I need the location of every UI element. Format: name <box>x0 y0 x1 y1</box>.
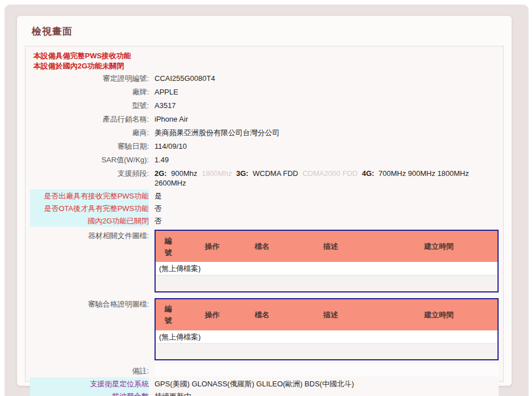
column-header-created: 建立時間 <box>380 230 498 262</box>
band-4g-label: 4G: <box>362 169 375 178</box>
pws-row-ota: 是否OTA後才具有完整PWS功能 否 <box>30 202 499 214</box>
band-2g-label: 2G: <box>155 169 167 178</box>
remark-value <box>155 364 499 376</box>
documents-table-empty-row: (無上傳檔案) <box>155 262 498 276</box>
field-row-cert-no: 審定證明編號: CCAI255G0080T4 <box>30 71 499 85</box>
pws-label: 國內2G功能已關閉 <box>30 214 149 227</box>
field-label: 廠牌: <box>30 85 149 98</box>
field-row-model: 型號: A3517 <box>30 98 499 112</box>
page-title: 檢視畫面 <box>32 25 504 38</box>
field-value: 1.49 <box>155 153 499 166</box>
pws-warning-line: 本設備具備完整PWS接收功能 <box>33 51 499 61</box>
certificates-table-filler-row <box>155 343 498 360</box>
column-header-no: 編號 <box>155 230 181 262</box>
band-2g-active: 900Mhz <box>171 169 197 178</box>
column-header-filename: 檔名 <box>243 230 281 262</box>
field-value: iPhone Air <box>155 112 499 126</box>
2g-warning-line: 本設備於國內2G功能未關閉 <box>33 61 499 71</box>
column-header-created: 建立時間 <box>380 299 498 330</box>
documents-table-wrap: 編號 操作 檔名 描述 建立時間 (無上傳檔案) <box>155 227 499 294</box>
field-value: APPLE <box>155 85 499 98</box>
band-3g-label: 3G: <box>236 169 248 178</box>
field-label: 審驗合格證明圖檔: <box>30 296 149 311</box>
column-header-no: 編號 <box>155 299 181 330</box>
field-label: 型號: <box>30 98 149 112</box>
column-header-description: 描述 <box>281 230 380 262</box>
field-row-brand: 廠牌: APPLE <box>30 85 499 98</box>
carrier-aggregation-link[interactable]: 載波聚合數 <box>30 390 149 396</box>
field-row-remark: 備註: <box>30 364 499 377</box>
pws-label: 是否OTA後才具有完整PWS功能 <box>30 202 149 214</box>
field-label: 產品行銷名稱: <box>30 112 149 126</box>
gnss-link[interactable]: 支援衛星定位系統 <box>30 377 149 390</box>
column-header-filename: 檔名 <box>243 299 281 330</box>
pws-row-factory: 是否出廠具有接收完整PWS功能 是 <box>30 190 499 202</box>
band-2g-inactive: 1800Mhz <box>201 169 231 178</box>
field-label: SAR值(W/Kg): <box>30 153 149 166</box>
carrier-aggregation-value: 持續更新中 <box>149 390 499 396</box>
extra-info-block: 支援衛星定位系統 GPS(美國) GLONASS(俄羅斯) GLILEO(歐洲)… <box>30 377 499 396</box>
carrier-aggregation-row: 載波聚合數 持續更新中 <box>30 390 499 396</box>
certificates-table: 編號 操作 檔名 描述 建立時間 (無上傳檔案) <box>155 298 499 361</box>
field-value: A3517 <box>155 98 499 112</box>
field-label: 備註: <box>30 364 149 377</box>
field-label: 器材相關文件圖檔: <box>30 227 149 242</box>
field-row-bands: 支援頻段: 2G: 900Mhz 1800Mhz 3G: WCDMA FDD C… <box>30 166 499 190</box>
field-row-vendor: 廠商: 美商蘋果亞洲股份有限公司台灣分公司 <box>30 126 499 139</box>
field-label: 廠商: <box>30 126 149 139</box>
pws-value: 是 <box>149 190 499 202</box>
field-label: 審定證明編號: <box>30 71 149 85</box>
pws-value: 否 <box>149 202 499 214</box>
field-row-marketing-name: 產品行銷名稱: iPhone Air <box>30 112 499 126</box>
documents-table-header-row: 編號 操作 檔名 描述 建立時間 <box>155 230 498 262</box>
filler-cell <box>155 343 498 360</box>
band-3g-active: WCDMA FDD <box>253 169 298 178</box>
field-label: 審驗日期: <box>30 139 149 153</box>
field-row-review-date: 審驗日期: 114/09/10 <box>30 139 499 153</box>
pws-value: 否 <box>149 214 499 227</box>
column-header-action: 操作 <box>181 299 243 330</box>
field-value: 114/09/10 <box>155 139 499 153</box>
field-label: 支援頻段: <box>30 166 149 180</box>
documents-table: 編號 操作 檔名 描述 建立時間 (無上傳檔案) <box>155 230 499 292</box>
gnss-row: 支援衛星定位系統 GPS(美國) GLONASS(俄羅斯) GLILEO(歐洲)… <box>30 377 499 390</box>
field-row-sar: SAR值(W/Kg): 1.49 <box>30 153 499 166</box>
filler-cell <box>155 276 498 292</box>
bands-value: 2G: 900Mhz 1800Mhz 3G: WCDMA FDD CDMA200… <box>155 166 499 190</box>
documents-table-filler-row <box>155 276 498 292</box>
no-upload-message: (無上傳檔案) <box>155 330 498 344</box>
certificates-table-header-row: 編號 操作 檔名 描述 建立時間 <box>155 299 498 330</box>
band-3g-inactive: CDMA2000 FDD <box>302 169 358 178</box>
detail-form: 本設備具備完整PWS接收功能 本設備於國內2G功能未關閉 審定證明編號: CCA… <box>25 46 504 382</box>
field-value: 美商蘋果亞洲股份有限公司台灣分公司 <box>155 126 499 139</box>
column-header-description: 描述 <box>281 299 380 330</box>
pws-status-block: 是否出廠具有接收完整PWS功能 是 是否OTA後才具有完整PWS功能 否 國內2… <box>30 190 499 227</box>
gnss-value: GPS(美國) GLONASS(俄羅斯) GLILEO(歐洲) BDS(中國北斗… <box>149 377 499 390</box>
pws-label: 是否出廠具有接收完整PWS功能 <box>30 190 149 202</box>
documents-table-row: 器材相關文件圖檔: 編號 操作 檔名 描述 建立時間 <box>30 227 499 294</box>
page-background-panel: 檢視畫面 本設備具備完整PWS接收功能 本設備於國內2G功能未關閉 審定證明編號… <box>5 5 529 396</box>
no-upload-message: (無上傳檔案) <box>155 262 498 276</box>
certificates-table-row: 審驗合格證明圖檔: 編號 操作 檔名 描述 建立時間 <box>30 296 499 363</box>
certificates-table-wrap: 編號 操作 檔名 描述 建立時間 (無上傳檔案) <box>155 296 499 363</box>
field-value: CCAI255G0080T4 <box>155 71 499 85</box>
certificates-table-empty-row: (無上傳檔案) <box>155 330 498 344</box>
pws-row-2g-disabled: 國內2G功能已關閉 否 <box>30 214 499 227</box>
column-header-action: 操作 <box>181 230 243 262</box>
view-card: 檢視畫面 本設備具備完整PWS接收功能 本設備於國內2G功能未關閉 審定證明編號… <box>17 16 512 386</box>
